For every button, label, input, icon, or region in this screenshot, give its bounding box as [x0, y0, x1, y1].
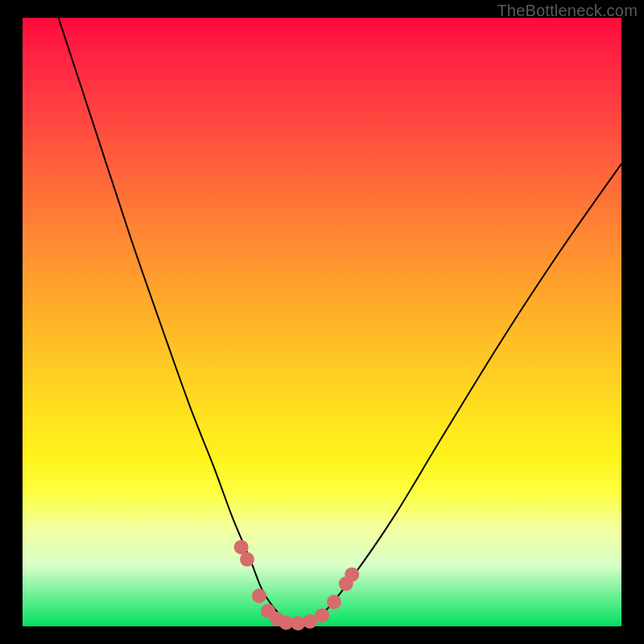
markers-group — [234, 540, 360, 631]
curve-marker — [345, 568, 359, 582]
bottleneck-curve — [59, 18, 621, 624]
curve-marker — [327, 595, 341, 609]
curve-marker — [252, 588, 266, 603]
watermark-text: TheBottleneck.com — [497, 2, 638, 20]
plot-area — [23, 18, 621, 626]
curve-marker — [240, 552, 254, 567]
chart-svg — [23, 18, 621, 626]
curve-marker — [315, 608, 329, 622]
frame: TheBottleneck.com — [0, 0, 644, 644]
